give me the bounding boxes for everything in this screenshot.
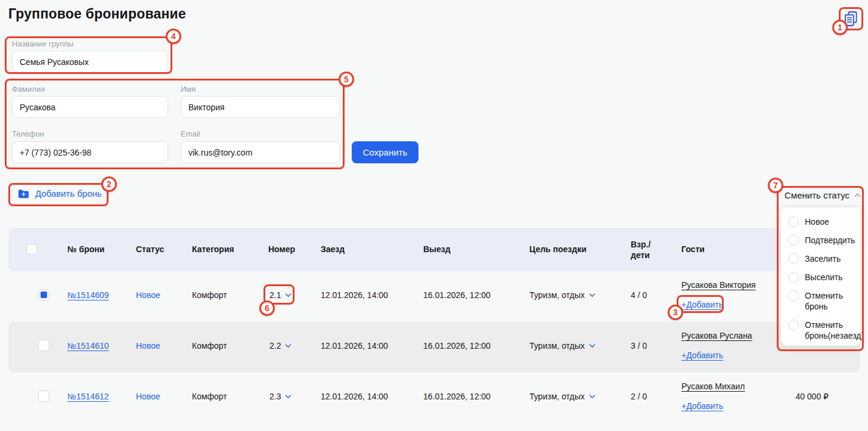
status-option-checkin[interactable]: Заселить	[788, 253, 860, 264]
checkout-cell: 16.01.2026, 12:00	[423, 392, 491, 401]
col-header-guests: Гости	[681, 244, 705, 254]
chevron-down-icon	[285, 395, 292, 399]
checkin-cell: 12.01.2026, 14:00	[321, 341, 388, 351]
adults-children-cell: 4 / 0	[631, 290, 647, 300]
purpose-select[interactable]: Туризм, отдых	[529, 392, 596, 401]
status-menu-panel: Новое Подтвердить Заселить Выселить Отме…	[781, 208, 860, 346]
room-select[interactable]: 2.3	[269, 392, 292, 401]
radio-icon[interactable]	[788, 235, 799, 246]
status-label: Новое	[136, 290, 160, 300]
room-value: 2.2	[269, 341, 281, 351]
folder-plus-icon	[18, 189, 29, 199]
room-select[interactable]: 2.1	[269, 290, 292, 300]
booking-number-link[interactable]: №1514609	[67, 290, 109, 300]
status-label: Новое	[136, 392, 160, 401]
col-header-checkout: Выезд	[423, 244, 451, 254]
adults-children-cell: 3 / 0	[631, 341, 647, 351]
chevron-down-icon	[589, 395, 596, 399]
status-menu-divider	[779, 206, 862, 206]
booking-number-link[interactable]: №1514610	[67, 341, 109, 351]
status-option-cancel[interactable]: Отменить бронь	[788, 290, 860, 312]
price-cell: 40 000 ₽	[763, 392, 829, 401]
row-checkbox[interactable]	[38, 340, 49, 351]
row-checkbox[interactable]	[38, 390, 49, 402]
checkin-cell: 12.01.2026, 14:00	[321, 392, 388, 401]
purpose-value: Туризм, отдых	[529, 341, 585, 351]
col-header-adults-children: Взр./ дети	[631, 239, 650, 261]
group-name-label: Название группы	[12, 39, 73, 48]
status-option-confirm[interactable]: Подтвердить	[788, 235, 860, 246]
radio-icon[interactable]	[788, 216, 799, 227]
annotation-badge-3: 3	[668, 305, 683, 320]
guest-name-link[interactable]: Русакова Виктория	[681, 280, 756, 290]
purpose-select[interactable]: Туризм, отдых	[529, 290, 596, 300]
status-option-label: Отменить бронь(незаезд)	[805, 320, 864, 341]
last-name-label: Фамилия	[12, 85, 45, 94]
first-name-input[interactable]	[181, 96, 340, 118]
last-name-input[interactable]	[12, 96, 168, 118]
col-header-room: Номер	[268, 244, 295, 254]
chevron-up-icon	[854, 193, 861, 197]
group-booking-page: Групповое бронирование Название группы Ф…	[0, 0, 868, 431]
status-option-label: Отменить бронь	[805, 290, 860, 312]
phone-input[interactable]	[12, 141, 168, 163]
status-option-new[interactable]: Новое	[788, 216, 860, 227]
annotation-badge-6: 6	[259, 300, 275, 316]
checkout-cell: 16.01.2026, 12:00	[423, 290, 491, 300]
change-status-label: Сменить статус	[785, 190, 850, 200]
add-booking-label: Добавить бронь	[35, 188, 102, 199]
category-cell: Комфорт	[192, 392, 227, 401]
radio-icon[interactable]	[788, 290, 799, 301]
checkin-cell: 12.01.2026, 14:00	[321, 290, 388, 300]
purpose-value: Туризм, отдых	[529, 392, 585, 401]
email-input[interactable]	[181, 141, 340, 163]
phone-label: Телефон	[12, 129, 44, 138]
annotation-badge-7: 7	[768, 178, 783, 193]
annotation-badge-4: 4	[166, 29, 181, 44]
group-name-input[interactable]	[12, 51, 168, 73]
status-option-label: Выселить	[805, 272, 860, 283]
change-status-toggle[interactable]: Сменить статус	[785, 190, 861, 200]
chevron-down-icon	[285, 344, 292, 348]
checkbox-checked-mark	[41, 292, 47, 298]
col-header-checkin: Заезд	[321, 244, 345, 254]
annotation-badge-5: 5	[339, 72, 354, 87]
guest-name-link[interactable]: Русаков Михаил	[681, 382, 745, 391]
room-value: 2.3	[269, 392, 281, 401]
col-header-adults-line1: Взр./	[631, 239, 650, 250]
purpose-select[interactable]: Туризм, отдых	[529, 341, 596, 351]
add-guest-link[interactable]: +Добавить	[681, 300, 723, 309]
row-checkbox[interactable]	[38, 289, 49, 300]
chevron-down-icon	[589, 344, 596, 348]
status-option-label: Подтвердить	[805, 235, 860, 246]
col-header-category: Категория	[192, 244, 234, 254]
add-guest-link[interactable]: +Добавить	[681, 401, 723, 411]
col-header-adults-line2: дети	[631, 250, 650, 261]
room-select[interactable]: 2.2	[269, 341, 292, 351]
status-option-label: Новое	[805, 216, 860, 227]
annotation-badge-1: 1	[832, 20, 848, 35]
page-title: Групповое бронирование	[8, 6, 186, 22]
radio-icon[interactable]	[788, 272, 799, 283]
annotation-badge-2: 2	[101, 176, 117, 192]
status-label: Новое	[136, 341, 160, 351]
booking-number-link[interactable]: №1514612	[67, 392, 109, 401]
adults-children-cell: 2 / 0	[631, 392, 647, 401]
status-option-cancel-noshow[interactable]: Отменить бронь(незаезд)	[788, 320, 860, 341]
add-booking-button[interactable]: Добавить бронь	[18, 188, 102, 199]
status-option-label: Заселить	[805, 253, 860, 264]
add-guest-link[interactable]: +Добавить	[681, 351, 723, 360]
first-name-label: Имя	[181, 85, 196, 94]
purpose-value: Туризм, отдых	[529, 290, 585, 300]
radio-icon[interactable]	[788, 320, 799, 330]
category-cell: Комфорт	[192, 290, 227, 300]
save-button[interactable]: Сохранить	[352, 141, 418, 163]
checkout-cell: 16.01.2026, 12:00	[423, 341, 491, 351]
guest-name-link[interactable]: Русакова Руслана	[681, 331, 752, 340]
col-header-booking-number: № брони	[67, 244, 104, 254]
col-header-purpose: Цель поездки	[529, 244, 587, 254]
select-all-checkbox[interactable]	[26, 244, 37, 255]
status-option-checkout[interactable]: Выселить	[788, 272, 860, 283]
radio-icon[interactable]	[788, 253, 799, 264]
chevron-down-icon	[285, 293, 292, 297]
